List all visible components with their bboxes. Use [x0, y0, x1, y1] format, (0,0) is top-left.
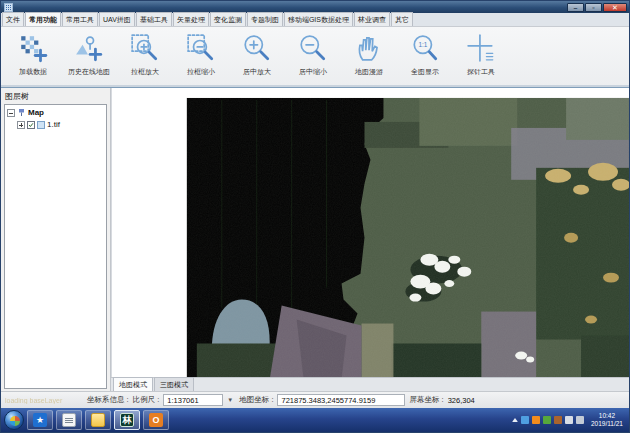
tab-file[interactable]: 文件: [2, 12, 24, 26]
raster-layer-icon: [37, 121, 45, 129]
start-button[interactable]: [4, 410, 24, 430]
center-zoom-in-button[interactable]: 居中放大: [229, 29, 285, 84]
ribbon-tabstrip: 文件 常用功能 常用工具 UAV拼图 基础工具 矢量处理 变化监测 专题制图 移…: [1, 13, 629, 27]
satellite-mosaic-image: [112, 88, 629, 377]
box-zoom-in-button[interactable]: 拉框放大: [117, 29, 173, 84]
taskbar-o-app-button[interactable]: O: [143, 410, 169, 430]
maximize-button[interactable]: ▫: [585, 3, 602, 12]
tool-label: 居中放大: [243, 67, 271, 77]
tree-node-label: Map: [28, 108, 44, 117]
tab-other[interactable]: 其它: [391, 12, 413, 26]
probe-tool-button[interactable]: 探针工具: [453, 29, 509, 84]
tab-forestry-survey[interactable]: 林业调查: [354, 12, 390, 26]
tab-thematic-mapping[interactable]: 专题制图: [247, 12, 283, 26]
tool-label: 加载数据: [19, 67, 47, 77]
tray-messenger-icon[interactable]: [521, 416, 529, 424]
map-view[interactable]: [111, 88, 629, 377]
forestry-app-icon: 林: [120, 413, 134, 427]
map-column: 地图模式 三图模式: [111, 88, 629, 391]
tab-vector-processing[interactable]: 矢量处理: [173, 12, 209, 26]
application-window: – ▫ ✕ 文件 常用功能 常用工具 UAV拼图 基础工具 矢量处理 变化监测 …: [0, 0, 630, 433]
scale-input[interactable]: 1:137061: [163, 394, 223, 406]
scale-dropdown-icon[interactable]: ▼: [227, 397, 233, 403]
tool-label: 历史在线地图: [68, 67, 110, 77]
screen-coord-label: 屏幕坐标 :: [409, 395, 443, 405]
taskbar-notepad-button[interactable]: [56, 410, 82, 430]
center-zoom-out-icon: [298, 33, 328, 63]
tool-label: 拉框缩小: [187, 67, 215, 77]
tab-basic-tools[interactable]: 基础工具: [136, 12, 172, 26]
map-mode-tabstrip: 地图模式 三图模式: [111, 377, 629, 391]
tray-input-method-icon[interactable]: [532, 416, 540, 424]
pan-map-button[interactable]: 地图漫游: [341, 29, 397, 84]
full-extent-icon: 1:1: [410, 33, 440, 63]
tab-uav-mosaic[interactable]: UAV拼图: [99, 12, 135, 26]
network-icon[interactable]: [576, 416, 584, 424]
tree-node-map[interactable]: Map: [7, 108, 104, 117]
svg-text:1:1: 1:1: [418, 41, 427, 48]
tree-node-layer[interactable]: 1.tif: [17, 120, 104, 129]
pan-hand-icon: [354, 33, 384, 63]
map-coord-label: 地图坐标 :: [239, 395, 273, 405]
tab-common-functions[interactable]: 常用功能: [25, 12, 61, 26]
layer-tree-panel: 图层树 Map 1.tif: [1, 88, 111, 391]
taskbar-explorer-button[interactable]: [85, 410, 111, 430]
layer-checkbox[interactable]: [27, 121, 35, 129]
layer-tree-title: 图层树: [1, 88, 110, 104]
tool-label: 拉框放大: [131, 67, 159, 77]
center-zoom-out-button[interactable]: 居中缩小: [285, 29, 341, 84]
hidden-icons-arrow[interactable]: [512, 418, 518, 422]
tab-change-monitoring[interactable]: 变化监测: [210, 12, 246, 26]
screen-coord-value: 326,304: [448, 396, 498, 405]
main-area: 图层树 Map 1.tif: [1, 87, 629, 391]
pushpin-icon: [17, 108, 26, 117]
box-zoom-in-icon: [130, 33, 160, 63]
taskbar-clock[interactable]: 10:42 2019/11/21: [591, 412, 623, 429]
collapse-icon[interactable]: [7, 109, 15, 117]
map-coord-value: 721875.3483,2455774.9159: [277, 394, 405, 406]
box-zoom-out-icon: [186, 33, 216, 63]
toolbar: 加载数据 历史在线地图 拉框放大 拉框缩小: [1, 27, 629, 87]
status-bar: loading baseLayer 坐标系信息 : 比例尺 : 1:137061…: [1, 391, 629, 408]
three-view-mode-tab[interactable]: 三图模式: [154, 377, 194, 391]
status-left-note: loading baseLayer: [5, 397, 83, 404]
tab-common-tools[interactable]: 常用工具: [62, 12, 98, 26]
taskbar-forestry-app-button[interactable]: 林: [114, 410, 140, 430]
box-zoom-out-button[interactable]: 拉框缩小: [173, 29, 229, 84]
tool-label: 全图显示: [411, 67, 439, 77]
star-app-icon: ★: [33, 413, 47, 427]
tray-flag-icon[interactable]: [554, 416, 562, 424]
windows-taskbar: ★ 林 O 10:42 2019/11/21: [1, 408, 629, 432]
system-tray: 10:42 2019/11/21: [512, 412, 626, 429]
notepad-icon: [62, 413, 76, 427]
full-extent-button[interactable]: 1:1 全图显示: [397, 29, 453, 84]
layer-name: 1.tif: [47, 120, 60, 129]
load-data-button[interactable]: 加载数据: [5, 29, 61, 84]
tool-label: 探针工具: [467, 67, 495, 77]
center-zoom-in-icon: [242, 33, 272, 63]
tool-label: 居中缩小: [299, 67, 327, 77]
close-button[interactable]: ✕: [603, 3, 627, 12]
history-online-map-icon: [74, 33, 104, 63]
map-mode-tab[interactable]: 地图模式: [113, 377, 153, 391]
o-app-icon: O: [149, 413, 163, 427]
probe-tool-icon: [466, 33, 496, 63]
volume-icon[interactable]: [565, 416, 573, 424]
tray-antivirus-icon[interactable]: [543, 416, 551, 424]
clock-time: 10:42: [591, 412, 623, 420]
minimize-button[interactable]: –: [567, 3, 584, 12]
history-online-map-button[interactable]: 历史在线地图: [61, 29, 117, 84]
layer-tree[interactable]: Map 1.tif: [4, 104, 107, 389]
app-grid-icon: [4, 3, 13, 12]
load-data-icon: [18, 33, 48, 63]
tab-mobile-gis-data[interactable]: 移动端GIS数据处理: [284, 12, 353, 26]
clock-date: 2019/11/21: [591, 420, 623, 428]
scale-label: 比例尺 :: [133, 395, 160, 405]
folder-icon: [91, 413, 105, 427]
crs-label: 坐标系信息 :: [87, 395, 129, 405]
tool-label: 地图漫游: [355, 67, 383, 77]
expand-icon[interactable]: [17, 121, 25, 129]
taskbar-messenger-button[interactable]: ★: [27, 410, 53, 430]
